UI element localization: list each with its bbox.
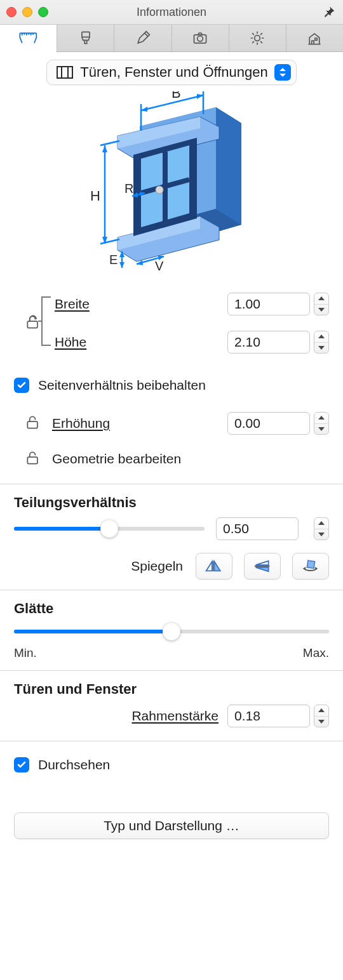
pencil-icon [135,30,151,46]
elevation-label: Erhöhung [52,416,227,431]
edit-geometry-label[interactable]: Geometrie bearbeiten [52,451,329,467]
mirror-vertical-icon [252,559,272,573]
elevation-step-up[interactable] [314,413,328,424]
camera-icon [192,30,208,46]
see-through-checkbox[interactable] [14,757,29,772]
elevation-input[interactable]: 0.00 [227,412,310,435]
split-ratio-stepper[interactable] [314,517,329,540]
smoothness-slider[interactable] [14,622,329,641]
svg-rect-40 [27,321,37,328]
object-type-label: Türen, Fenster und Öffnungen [80,64,268,81]
split-ratio-step-down[interactable] [314,529,328,540]
height-input[interactable]: 2.10 [227,331,310,354]
see-through-section: Durchsehen Typ und Darstellung … [0,741,343,849]
width-step-up[interactable] [314,293,328,305]
svg-point-3 [255,36,260,41]
svg-rect-43 [307,560,315,568]
smoothness-min-label: Min. [14,646,37,660]
elevation-lock[interactable] [25,414,41,434]
mirror-horizontal-button[interactable] [196,553,232,579]
object-type-dropdown[interactable]: Türen, Fenster und Öffnungen [46,60,297,85]
svg-rect-5 [62,67,68,78]
svg-marker-45 [315,567,318,570]
tab-light[interactable] [229,25,286,51]
height-label: Höhe [55,334,227,350]
svg-rect-42 [27,457,37,463]
dropdown-arrows-icon [274,64,291,81]
svg-marker-29 [102,145,107,152]
width-stepper[interactable] [314,293,329,315]
tab-materials[interactable] [57,25,114,51]
smoothness-heading: Glätte [14,600,329,617]
rotate-icon [300,559,320,573]
caliper-icon [17,30,39,46]
pin-button[interactable] [323,6,335,22]
check-icon [17,380,27,390]
diagram-label-v: V [155,259,164,273]
height-stepper[interactable] [314,331,329,354]
svg-point-20 [156,186,163,194]
height-step-up[interactable] [314,331,328,343]
svg-point-2 [198,36,203,42]
doors-windows-section: Türen und Fenster Rahmenstärke 0.18 [0,671,343,741]
split-ratio-section: Teilungsverhältnis 0.50 Spiegeln [0,484,343,590]
tab-edit[interactable] [114,25,172,51]
building-icon [306,30,323,46]
geometry-lock[interactable] [25,449,41,469]
svg-line-28 [100,239,119,244]
elevation-step-down[interactable] [314,424,328,435]
width-label: Breite [55,296,227,312]
tab-measurements[interactable] [0,25,57,51]
frame-thickness-input[interactable]: 0.18 [227,705,310,727]
split-ratio-slider[interactable] [14,519,205,538]
svg-line-27 [100,141,119,145]
mirror-horizontal-icon [204,559,224,573]
aspect-ratio-checkbox[interactable] [14,378,29,393]
svg-marker-36 [119,262,124,268]
window-diagram: B H R E V [0,91,343,275]
dimensions-section: Breite 1.00 Höhe 2.10 Seitenverhä [0,283,343,484]
split-ratio-heading: Teilungsverhältnis [14,494,329,511]
svg-rect-41 [27,421,37,428]
width-input[interactable]: 1.00 [227,293,310,315]
width-step-down[interactable] [314,305,328,315]
svg-rect-0 [82,32,90,37]
sun-icon [249,30,266,46]
frame-thickness-step-down[interactable] [314,717,328,727]
diagram-label-r: R [124,182,133,195]
smoothness-max-label: Max. [303,646,329,660]
frame-thickness-label: Rahmenstärke [131,708,219,724]
split-ratio-input[interactable]: 0.50 [216,517,299,540]
diagram-label-e: E [109,253,118,267]
brush-icon [77,30,94,46]
svg-rect-4 [57,67,72,78]
elevation-stepper[interactable] [314,412,329,435]
check-icon [17,760,27,770]
aspect-ratio-label: Seitenverhältnis beibehalten [38,378,329,393]
mirror-vertical-button[interactable] [244,553,281,579]
door-opening-icon [56,65,74,80]
smoothness-section: Glätte Min. Max. [0,590,343,671]
rotate-button[interactable] [292,553,329,579]
type-and-style-button[interactable]: Typ und Darstellung … [14,812,329,839]
see-through-label: Durchsehen [38,757,329,772]
frame-thickness-stepper[interactable] [314,705,329,727]
frame-thickness-step-up[interactable] [314,705,328,717]
svg-marker-8 [216,107,241,225]
diagram-label-h: H [90,188,100,204]
tab-building[interactable] [286,25,343,51]
tab-camera[interactable] [172,25,229,51]
height-step-down[interactable] [314,343,328,354]
titlebar: Informationen [0,0,343,25]
pin-icon [323,6,335,18]
svg-marker-44 [303,567,306,570]
mirror-label: Spiegeln [131,559,183,574]
diagram-label-b: B [172,91,181,101]
doors-windows-heading: Türen und Fenster [14,681,329,698]
window-title: Informationen [0,6,343,19]
inspector-tabs [0,25,343,52]
split-ratio-step-up[interactable] [314,518,328,529]
